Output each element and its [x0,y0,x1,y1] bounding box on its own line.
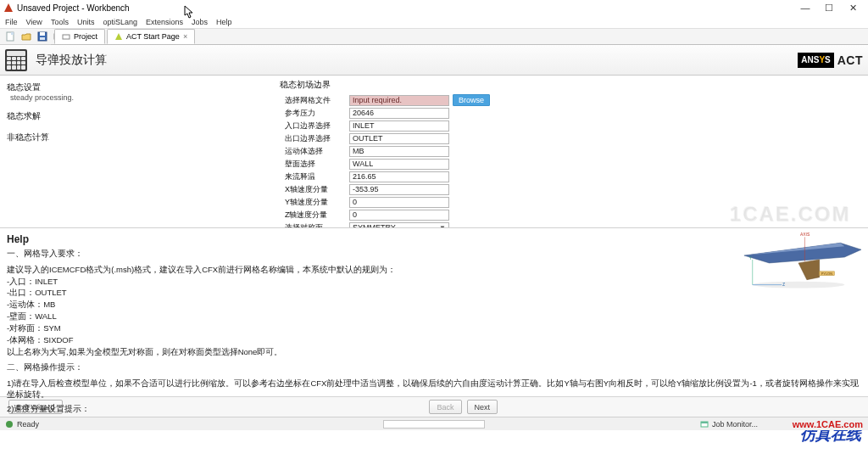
sidebar-item-steady-sub: steady processing. [5,93,275,104]
minimize-button[interactable]: — [793,2,817,14]
menu-bar: File View Tools Units optiSLang Extensio… [0,15,868,28]
field-z-velocity[interactable]: 0 [349,210,449,221]
field-freestream-temp[interactable]: 216.65 [349,171,449,182]
svg-marker-0 [4,3,13,12]
field-moving-body[interactable]: MB [349,146,449,157]
help-panel: Help 一、网格导入要求： 建议导入的ICEMCFD格式为(.msh)格式，建… [0,228,868,396]
title-bar: Unsaved Project - Workbench — ☐ ✕ [0,0,868,15]
job-monitor-label: Job Monitor... [712,420,758,429]
help-title: Help [7,233,861,245]
ansys-logo: ANSYS [798,53,833,68]
help-p9: 1)请在导入后检查模型单位，如果不合适可以进行比例缩放。可以参考右边坐标在CFX… [7,378,861,401]
tab-project[interactable]: Project [54,29,105,44]
menu-optislang[interactable]: optiSLang [103,18,137,26]
menu-help[interactable]: Help [216,18,232,26]
svg-text:PYLON: PYLON [821,272,833,276]
progress-bar [383,420,485,429]
help-p7: -体网格：SIXDOF [7,335,861,346]
tab-close-icon[interactable]: × [183,32,187,41]
field-outlet[interactable]: OUTLET [349,133,449,144]
help-p1: 建议导入的ICEMCFD格式为(.msh)格式，建议在导入CFX前进行网格名称编… [7,265,861,276]
svg-point-23 [6,421,13,428]
menu-jobs[interactable]: Jobs [192,18,208,26]
work-area: 稳态设置 steady processing. 稳态求解 非稳态计算 稳态初场边… [0,76,868,228]
tab-act-start[interactable]: ACT Start Page × [107,29,195,44]
label-wall: 壁面选择 [280,159,349,170]
open-icon[interactable] [19,30,33,43]
status-ready-icon [5,420,14,429]
act-label: ACT [837,53,863,67]
help-p2: -入口：INLET [7,277,861,288]
label-moving-body: 运动体选择 [280,146,349,157]
field-mesh-file[interactable]: Input required. [349,95,449,106]
help-h1: 一、网格导入要求： [7,249,861,260]
label-z-velocity: Z轴速度分量 [280,210,349,221]
tab-act-label: ACT Start Page [126,32,180,41]
menu-view[interactable]: View [26,18,42,26]
help-p6: -对称面：SYM [7,323,861,334]
label-inlet: 入口边界选择 [280,120,349,132]
svg-rect-4 [40,32,45,36]
form-pane: 稳态初场边界 选择网格文件 Input required. Browse 参考压… [280,76,868,227]
sidebar-item-steady-settings[interactable]: 稳态设置 [5,79,275,93]
job-monitor-button[interactable]: Job Monitor... [700,420,758,429]
project-tab-icon [62,32,70,41]
svg-rect-5 [40,37,45,40]
sidebar-item-unsteady[interactable]: 非稳态计算 [5,129,275,143]
chevron-down-icon: ▼ [439,223,446,228]
menu-file[interactable]: File [5,18,18,26]
label-outlet: 出口边界选择 [280,133,349,144]
window-title: Unsaved Project - Workbench [17,3,130,13]
tab-project-label: Project [74,32,97,41]
sidebar-item-steady-solve[interactable]: 稳态求解 [5,108,275,122]
maximize-button[interactable]: ☐ [817,2,841,14]
label-symmetry: 选择对称面 [280,222,349,228]
help-p4: -运动体：MB [7,300,861,311]
tab-strip: Project ACT Start Page × [51,30,868,45]
label-ref-pressure: 参考压力 [280,108,349,119]
menu-tools[interactable]: Tools [51,18,69,26]
site-url: www.1CAE.com [793,419,863,429]
page-title: 导弹投放计算 [36,53,107,68]
act-tab-icon [114,32,123,41]
model-illustration: AXIS PYLON Y Z [736,230,861,289]
help-p3: -出口：OUTLET [7,288,861,299]
field-x-velocity[interactable]: -353.95 [349,184,449,195]
status-ready-label: Ready [17,420,39,429]
help-h2: 二、网格操作提示： [7,362,861,373]
browse-button[interactable]: Browse [453,94,490,106]
help-p8: 以上名称为大写,如果为全模型无对称面，则在对称面类型选择None即可。 [7,347,861,358]
menu-extensions[interactable]: Extensions [146,18,183,26]
svg-rect-2 [11,32,14,35]
label-mesh-file: 选择网格文件 [280,95,349,106]
svg-rect-25 [701,422,708,423]
help-p5: -壁面：WALL [7,311,861,322]
menu-units[interactable]: Units [77,18,95,26]
label-y-velocity: Y轴速度分量 [280,197,349,208]
status-bar: Ready Job Monitor... www.1CAE.com [0,417,868,430]
field-inlet[interactable]: INLET [349,120,449,132]
save-icon[interactable] [36,30,49,43]
field-wall[interactable]: WALL [349,159,449,170]
field-symmetry-select[interactable]: SYMMETRY ▼ [349,222,449,228]
act-header: 导弹投放计算 ANSYS ACT [0,45,868,76]
step-sidebar: 稳态设置 steady processing. 稳态求解 非稳态计算 [0,76,280,227]
new-icon[interactable] [3,30,17,43]
svg-marker-14 [798,260,820,280]
label-freestream-temp: 来流释温 [280,171,349,182]
help-p10: 2)速度分量设置提示： [7,404,861,415]
field-symmetry-value: SYMMETRY [353,223,396,228]
label-x-velocity: X轴速度分量 [280,184,349,195]
field-y-velocity[interactable]: 0 [349,197,449,208]
calculator-icon [5,49,27,71]
app-icon [3,3,14,13]
svg-text:Y: Y [749,256,752,261]
svg-marker-10 [115,33,122,40]
section-steady-bc: 稳态初场边界 [280,79,863,91]
field-ref-pressure[interactable]: 20646 [349,108,449,119]
job-monitor-icon [700,420,709,429]
svg-text:AXIS: AXIS [800,232,810,237]
close-button[interactable]: ✕ [841,2,865,14]
svg-text:Z: Z [782,283,785,287]
svg-rect-9 [63,35,70,39]
